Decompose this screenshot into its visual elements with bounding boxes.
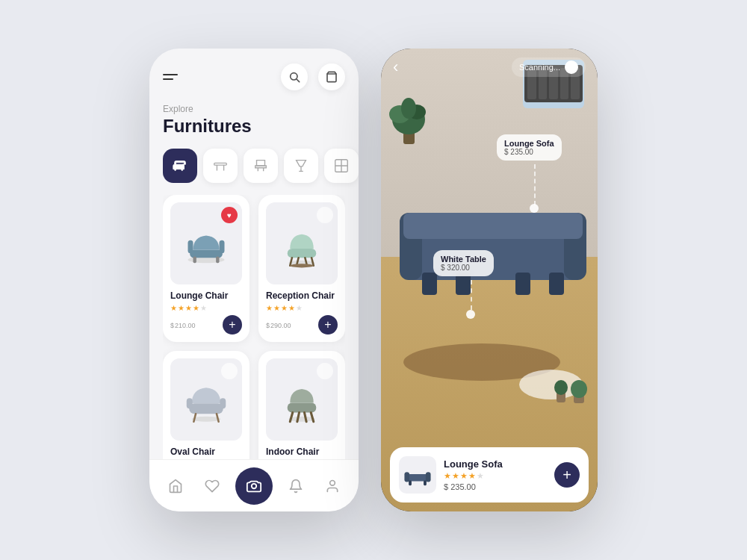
product-price: $210.00 — [170, 320, 196, 329]
product-name: Indoor Chair — [266, 447, 338, 457]
nav-favorites[interactable] — [199, 473, 226, 500]
cat-cabinet[interactable] — [324, 149, 359, 183]
menu-button[interactable] — [163, 74, 178, 80]
svg-point-26 — [290, 264, 314, 267]
ar-bottom-card: Lounge Sofa ★ ★ ★ ★ ★ $ 235.00 + — [390, 447, 589, 503]
svg-rect-51 — [549, 273, 564, 295]
scanning-badge: Scanning... — [512, 57, 586, 77]
svg-point-57 — [571, 380, 587, 398]
product-stars: ★★★★★ — [170, 304, 242, 312]
svg-rect-18 — [193, 257, 196, 264]
ar-small-plants — [553, 367, 590, 407]
svg-point-27 — [192, 417, 221, 422]
svg-rect-19 — [216, 257, 219, 264]
add-to-cart-reception[interactable]: + — [318, 315, 338, 335]
product-price: $290.00 — [266, 320, 292, 329]
nav-ar-camera[interactable] — [235, 467, 273, 505]
svg-rect-50 — [422, 273, 437, 295]
ar-label-name-1: Lounge Sofa — [504, 139, 554, 148]
ar-label-lounge-sofa[interactable]: Lounge Sofa $ 235.00 — [497, 134, 562, 161]
svg-point-45 — [401, 98, 416, 119]
heart-badge[interactable]: ♥ — [221, 207, 238, 223]
ar-plant-left — [388, 86, 430, 149]
svg-rect-30 — [220, 398, 226, 408]
explore-label: Explore — [163, 104, 345, 114]
product-image-indoor — [266, 358, 338, 441]
svg-marker-8 — [297, 161, 306, 167]
cart-button[interactable] — [318, 63, 345, 90]
cat-lamp[interactable] — [284, 149, 318, 183]
product-image-lounge: ♥ — [170, 202, 242, 284]
svg-rect-28 — [189, 403, 223, 414]
bottom-nav — [149, 459, 359, 511]
ar-card-image — [399, 456, 436, 494]
ar-add-button[interactable]: + — [554, 462, 580, 488]
ar-label-price-2: $ 320.00 — [441, 264, 486, 272]
ar-card-price: $ 235.00 — [444, 482, 547, 491]
ar-card-stars: ★ ★ ★ ★ ★ — [444, 471, 547, 481]
svg-rect-3 — [214, 163, 227, 165]
svg-rect-34 — [288, 402, 317, 412]
product-name: Oval Chair — [170, 447, 242, 457]
svg-point-39 — [252, 483, 256, 488]
ar-header: ‹ Scanning... — [381, 49, 598, 86]
ar-phone: ‹ Scanning... Lounge Sofa $ 235.00 White… — [381, 49, 598, 511]
ar-card-info: Lounge Sofa ★ ★ ★ ★ ★ $ 235.00 — [444, 458, 547, 491]
product-card-reception-chair: Reception Chair ★★★★★ $290.00 + — [258, 195, 345, 342]
ar-card-name: Lounge Sofa — [444, 458, 547, 470]
svg-rect-59 — [404, 472, 409, 482]
ar-label-price-1: $ 235.00 — [504, 148, 554, 156]
product-stars: ★★★★★ — [266, 304, 338, 312]
svg-rect-60 — [426, 472, 431, 482]
nav-notifications[interactable] — [282, 473, 309, 500]
search-button[interactable] — [281, 63, 308, 90]
svg-rect-49 — [403, 213, 583, 239]
ar-dot-2 — [466, 310, 475, 319]
svg-point-40 — [330, 480, 335, 485]
product-image-oval — [170, 358, 242, 441]
svg-point-55 — [554, 380, 568, 395]
fav-dot — [221, 363, 238, 379]
product-name: Lounge Chair — [170, 290, 242, 301]
product-name: Reception Chair — [266, 290, 338, 301]
svg-point-33 — [289, 417, 315, 422]
products-grid: ♥ Lounge Chair — [163, 195, 345, 459]
svg-rect-58 — [406, 474, 429, 482]
svg-rect-21 — [288, 249, 317, 258]
svg-rect-29 — [187, 398, 193, 408]
product-footer: $210.00 + — [170, 315, 242, 335]
fav-dot — [317, 363, 333, 379]
scanning-text: Scanning... — [519, 63, 560, 72]
svg-rect-16 — [188, 240, 193, 254]
cat-chair[interactable] — [244, 149, 278, 183]
ar-label-white-table[interactable]: White Table $ 320.00 — [433, 250, 494, 276]
top-icons — [281, 63, 345, 90]
scanning-dot — [565, 60, 578, 74]
ar-dot-1 — [530, 204, 539, 213]
svg-rect-61 — [409, 481, 412, 486]
svg-rect-17 — [220, 240, 225, 254]
page-title: Furnitures — [163, 116, 345, 137]
product-card-oval-chair: Oval Chair ★★★★★ $245.00 + — [163, 351, 249, 459]
nav-profile[interactable] — [319, 473, 346, 500]
top-bar — [163, 63, 345, 90]
nav-home[interactable] — [162, 473, 189, 500]
cat-table[interactable] — [203, 149, 238, 183]
ar-back-button[interactable]: ‹ — [393, 57, 398, 77]
svg-line-1 — [297, 79, 300, 82]
svg-rect-62 — [424, 481, 427, 486]
cat-sofa[interactable] — [163, 149, 197, 183]
product-image-reception — [266, 202, 338, 284]
ar-dashed-line-2 — [471, 280, 472, 310]
shop-phone: Explore Furnitures — [149, 49, 359, 511]
ar-label-name-2: White Table — [441, 255, 486, 264]
svg-rect-53 — [515, 273, 530, 295]
ar-dashed-line-1 — [534, 164, 536, 205]
add-to-cart-lounge[interactable]: + — [223, 315, 242, 335]
fav-dot — [317, 207, 333, 223]
product-footer: $290.00 + — [266, 315, 338, 335]
product-card-lounge-chair: ♥ Lounge Chair — [163, 195, 249, 342]
product-card-indoor-chair: Indoor Chair ★★★★★ $265.00 + — [258, 351, 345, 459]
category-bar — [163, 149, 345, 183]
ar-sofa — [396, 175, 590, 305]
